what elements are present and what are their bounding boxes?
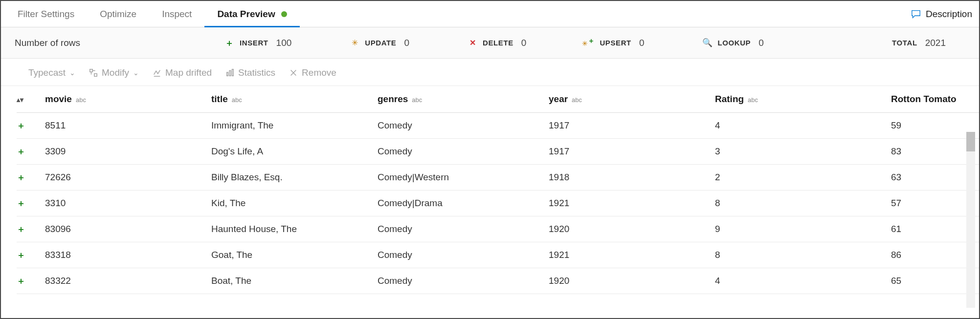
table-row[interactable]: ＋83318Goat, TheComedy1921886 [17,242,979,268]
cell-rating: 8 [715,191,891,216]
insert-row-icon: ＋ [17,121,25,130]
stat-total: TOTAL 2021 [892,38,946,48]
upsert-icon: ✳＋ [585,39,594,47]
cell-movie: 83096 [45,216,211,242]
modify-button[interactable]: Modify ⌄ [89,67,139,78]
cell-year: 1921 [549,242,715,268]
sort-header[interactable]: ▴▾ [17,86,45,113]
cell-rating: 9 [715,216,891,242]
stat-update: ✳ UPDATE 0 [350,38,409,48]
svg-rect-2 [227,72,228,76]
cell-rotten: 83 [891,139,979,165]
stat-insert: ＋ INSERT 100 [225,38,291,48]
col-header-rotten[interactable]: Rotton Tomato [891,86,979,113]
stat-name: LOOKUP [717,39,751,47]
chevron-down-icon: ⌄ [69,69,75,77]
table-row[interactable]: ＋3309Dog's Life, AComedy1917383 [17,139,979,165]
description-button[interactable]: Description [911,9,975,20]
col-header-year[interactable]: yearabc [549,86,715,113]
col-type: abc [76,96,86,104]
table-row[interactable]: ＋3310Kid, TheComedy|Drama1921857 [17,191,979,216]
cell-title: Dog's Life, A [211,139,378,165]
vertical-scrollbar[interactable] [966,132,975,308]
description-label: Description [926,9,972,20]
stat-value: 2021 [925,38,946,48]
remove-icon [289,68,298,77]
svg-rect-3 [229,70,231,76]
chevron-down-icon: ⌄ [133,69,139,77]
app-frame: Filter Settings Optimize Inspect Data Pr… [0,0,980,319]
col-header-rating[interactable]: Ratingabc [715,86,891,113]
cell-genres: Comedy [378,268,549,294]
remove-button[interactable]: Remove [289,67,336,78]
col-name: movie [45,94,72,104]
col-type: abc [232,96,242,104]
cell-rating: 3 [715,139,891,165]
insert-row-icon: ＋ [17,172,25,182]
tab-data-preview[interactable]: Data Preview [204,2,299,28]
cell-movie: 8511 [45,113,211,139]
table-row[interactable]: ＋83096Haunted House, TheComedy1920961 [17,216,979,242]
button-label: Map drifted [165,67,212,78]
table-row[interactable]: ＋83322Boat, TheComedy1920465 [17,268,979,294]
cell-rotten: 86 [891,242,979,268]
insert-row-icon: ＋ [17,198,25,208]
tab-label: Filter Settings [18,9,74,20]
cell-year: 1921 [549,191,715,216]
col-header-genres[interactable]: genresabc [378,86,549,113]
table-row[interactable]: ＋8511Immigrant, TheComedy1917459 [17,113,979,139]
cell-title: Immigrant, The [211,113,378,139]
button-label: Remove [302,67,336,78]
scrollbar-thumb[interactable] [966,132,975,151]
stat-lookup: 🔍 LOOKUP 0 [703,38,763,48]
svg-rect-4 [232,69,234,76]
table-row[interactable]: ＋72626Billy Blazes, Esq.Comedy|Western19… [17,165,979,191]
svg-rect-1 [94,73,97,76]
tab-inspect[interactable]: Inspect [149,2,204,28]
button-label: Modify [102,67,129,78]
comment-icon [911,10,921,19]
map-drifted-icon [153,68,161,77]
col-header-title[interactable]: titleabc [211,86,378,113]
col-name: year [549,94,568,104]
cell-rating: 4 [715,113,891,139]
data-grid: ▴▾ movieabc titleabc genresabc yearabc R… [1,86,979,318]
statistics-icon [225,68,234,77]
cell-year: 1920 [549,268,715,294]
tab-optimize[interactable]: Optimize [87,2,149,28]
stat-value: 0 [521,38,527,48]
stat-delete: ✕ DELETE 0 [468,38,526,48]
stat-name: DELETE [483,39,513,47]
modify-icon [89,68,98,77]
insert-row-icon: ＋ [17,250,25,260]
insert-row-icon: ＋ [17,276,25,286]
cell-movie: 83318 [45,242,211,268]
col-type: abc [748,96,758,104]
tab-filter-settings[interactable]: Filter Settings [5,2,87,28]
tab-label: Optimize [100,9,136,20]
cell-rating: 8 [715,242,891,268]
stat-name: INSERT [240,39,268,47]
insert-row-icon: ＋ [17,224,25,234]
cell-genres: Comedy [378,113,549,139]
cell-rotten: 61 [891,216,979,242]
map-drifted-button[interactable]: Map drifted [153,67,212,78]
cell-genres: Comedy|Western [378,165,549,191]
cell-rating: 4 [715,268,891,294]
stat-value: 0 [639,38,645,48]
col-name: title [211,94,228,104]
cell-genres: Comedy [378,242,549,268]
table: ▴▾ movieabc titleabc genresabc yearabc R… [17,86,979,294]
statistics-button[interactable]: Statistics [225,67,275,78]
stat-value: 0 [758,38,764,48]
svg-rect-0 [90,69,92,71]
cell-title: Goat, The [211,242,378,268]
cell-year: 1917 [549,113,715,139]
header-row: ▴▾ movieabc titleabc genresabc yearabc R… [17,86,979,113]
col-header-movie[interactable]: movieabc [45,86,211,113]
col-type: abc [572,96,582,104]
cell-movie: 3309 [45,139,211,165]
cell-rotten: 57 [891,191,979,216]
cell-title: Boat, The [211,268,378,294]
typecast-button[interactable]: Typecast ⌄ [28,67,75,78]
